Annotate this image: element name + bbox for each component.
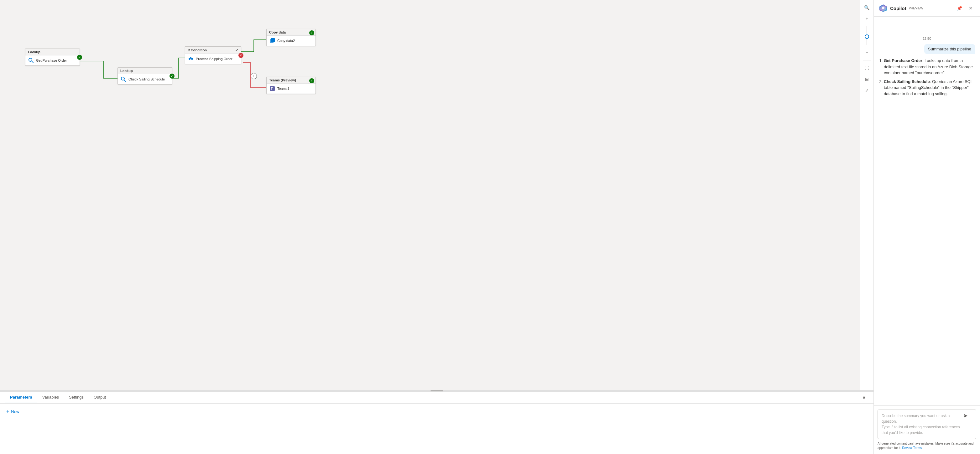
copilot-panel: Copilot PREVIEW 📌 ✕ 22:50 Summarize this… <box>873 0 980 454</box>
get-purchase-order-label: Get Purchase Order <box>36 59 67 62</box>
copy-data-header: Copy data ✓ <box>267 29 315 36</box>
if-condition-header: If Condition ⤢ <box>185 47 241 54</box>
check-sailing-schedule-node[interactable]: Lookup Check Sailing Schedule ✓ <box>118 67 172 84</box>
copilot-input-wrapper: Describe the summary you want or ask a q… <box>878 410 976 439</box>
pipeline-canvas[interactable]: Lookup Get Purchase Order ✓ Lookup <box>0 0 873 390</box>
copilot-header: Copilot PREVIEW 📌 ✕ <box>874 0 980 17</box>
teams-label: Teams1 <box>277 87 290 90</box>
expand-icon: ⤢ <box>235 48 239 52</box>
copilot-input-area: Describe the summary you want or ask a q… <box>874 405 980 454</box>
bottom-panel-close[interactable]: ∧ <box>860 392 869 403</box>
copilot-logo <box>879 4 888 13</box>
copilot-disclaimer: AI-generated content can have mistakes. … <box>878 441 976 450</box>
lookup-icon <box>28 57 34 63</box>
connections-svg <box>0 0 873 390</box>
tab-settings[interactable]: Settings <box>64 392 89 403</box>
expand-button[interactable]: ⤢ <box>862 86 872 95</box>
check-sailing-schedule-label: Check Sailing Schedule <box>129 77 165 81</box>
svg-line-1 <box>32 61 33 63</box>
copilot-chat-area[interactable]: 22:50 Summarize this pipeline Get Purcha… <box>874 17 980 405</box>
zoom-in-button[interactable]: ＋ <box>862 14 872 24</box>
copilot-close-button[interactable]: ✕ <box>966 4 975 13</box>
review-terms-link[interactable]: Review Terms <box>902 446 922 449</box>
new-parameter-button[interactable]: + New <box>5 407 21 416</box>
if-condition-node[interactable]: If Condition ⤢ Process Shipping Order ✕ <box>185 46 241 64</box>
canvas-toolbar: 🔍 ＋ － ⛶ ⊞ ⤢ <box>860 0 873 390</box>
plus-icon: + <box>6 409 9 414</box>
teams-node[interactable]: Teams (Preview) ✓ T Teams1 <box>266 77 316 94</box>
teams-check: ✓ <box>309 78 314 83</box>
fit-view-button[interactable]: ⛶ <box>862 63 872 73</box>
copilot-send-button[interactable] <box>961 411 970 420</box>
copy-data-body: Copy data2 <box>267 36 315 46</box>
arrange-button[interactable]: ⊞ <box>862 74 872 84</box>
assistant-message: Get Purchase Order: Looks up data from a… <box>879 58 975 99</box>
plus-circle[interactable]: + <box>251 73 257 79</box>
bottom-panel: Parameters Variables Settings Output ∧ +… <box>0 391 873 454</box>
copilot-input-placeholder: Describe the summary you want or ask a q… <box>881 414 950 424</box>
user-message: Summarize this pipeline <box>924 44 975 54</box>
svg-point-13 <box>882 6 885 9</box>
svg-rect-10 <box>271 38 275 42</box>
if-condition-body: Process Shipping Order ✕ <box>185 54 241 64</box>
get-purchase-order-header: Lookup <box>25 49 80 56</box>
copilot-header-actions: 📌 ✕ <box>955 4 975 13</box>
zoom-out-button[interactable]: － <box>862 48 872 58</box>
svg-text:T: T <box>271 87 272 90</box>
bottom-tabs: Parameters Variables Settings Output ∧ <box>0 392 873 403</box>
svg-line-3 <box>124 80 126 81</box>
teams-body: T Teams1 <box>267 84 315 94</box>
check-sailing-schedule-body: Check Sailing Schedule <box>118 74 172 84</box>
check-sailing-schedule-header: Lookup <box>118 68 172 74</box>
copilot-title: Copilot <box>890 6 906 11</box>
teams-header: Teams (Preview) ✓ <box>267 77 315 84</box>
copy-data-check: ✓ <box>309 30 314 35</box>
get-purchase-order-body: Get Purchase Order <box>25 56 80 65</box>
teams-icon: T <box>269 86 275 92</box>
copy-data-node[interactable]: Copy data ✓ Copy data2 <box>266 29 316 46</box>
process-shipping-x: ✕ <box>239 53 243 58</box>
copilot-input-hint: Type '/' to list all existing connection… <box>881 425 959 435</box>
tab-output[interactable]: Output <box>89 392 111 403</box>
copy-data-label: Copy data2 <box>277 39 295 43</box>
main-area: Lookup Get Purchase Order ✓ Lookup <box>0 0 873 454</box>
item2-label: Check Sailing Schedule <box>884 79 930 84</box>
process-shipping-icon <box>188 56 194 62</box>
get-purchase-order-check: ✓ <box>77 55 82 60</box>
copy-data-icon <box>269 38 275 44</box>
get-purchase-order-node[interactable]: Lookup Get Purchase Order ✓ <box>25 49 80 66</box>
process-shipping-label: Process Shipping Order <box>196 57 232 61</box>
copilot-preview-badge: PREVIEW <box>909 6 923 10</box>
lookup-icon-2 <box>120 76 127 83</box>
copilot-pin-button[interactable]: 📌 <box>955 4 964 13</box>
new-button-label: New <box>11 409 19 414</box>
item1-label: Get Purchase Order <box>884 58 922 63</box>
chat-timestamp: 22:50 <box>879 37 975 40</box>
zoom-slider-container <box>867 25 867 46</box>
check-sailing-schedule-check: ✓ <box>170 74 175 79</box>
bottom-content: + New <box>0 403 873 454</box>
search-button[interactable]: 🔍 <box>862 3 872 13</box>
tab-variables[interactable]: Variables <box>37 392 64 403</box>
tab-parameters[interactable]: Parameters <box>5 392 37 403</box>
